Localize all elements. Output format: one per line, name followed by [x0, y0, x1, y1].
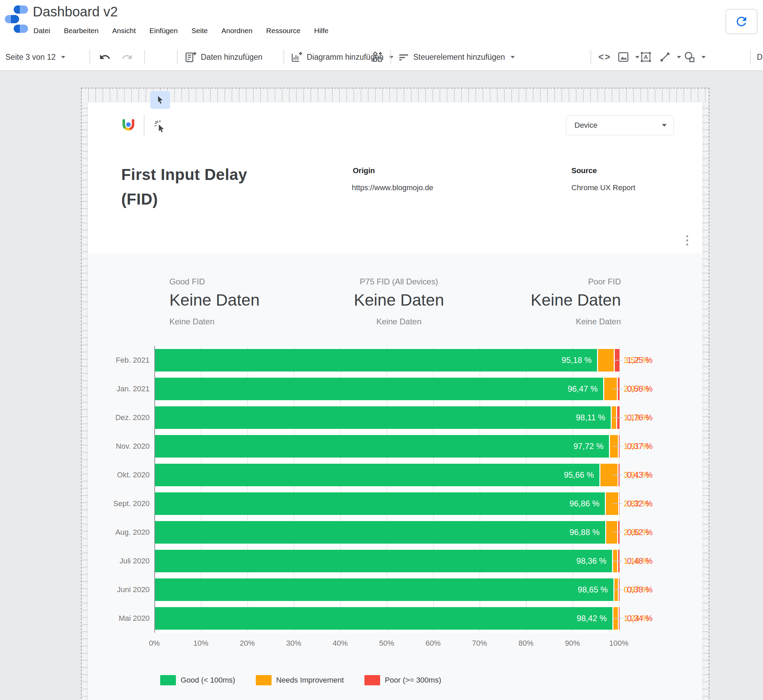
legend-swatch-good — [160, 675, 176, 685]
image-icon — [617, 50, 630, 64]
label-leader-line — [613, 589, 622, 590]
label-leader-line — [613, 446, 622, 447]
report-page[interactable]: Device First Input Delay (FID) Origin ht… — [88, 102, 702, 700]
toolbar-overflow[interactable]: D — [757, 44, 763, 70]
bar-row: Nov. 202097,72 %1,91 %0,37 % — [102, 432, 635, 461]
logo-bar-middle — [5, 15, 19, 23]
embed-url-button[interactable]: <> — [598, 44, 611, 70]
divider — [750, 50, 751, 64]
chevron-down-icon — [702, 56, 706, 58]
editor-canvas[interactable]: Device First Input Delay (FID) Origin ht… — [0, 71, 763, 700]
menu-datei[interactable]: Datei — [33, 27, 50, 35]
add-control-button[interactable]: Steuerelement hinzufügen — [397, 44, 515, 70]
redo-button[interactable] — [121, 44, 133, 70]
bar-track: 96,86 %2,82 %0,32 % — [155, 492, 619, 515]
add-data-label: Daten hinzufügen — [201, 53, 262, 62]
y-axis-label: Juli 2020 — [102, 556, 155, 566]
legend-swatch-needs-improvement — [256, 675, 272, 685]
legend-item-needs-improvement: Needs Improvement — [256, 675, 344, 685]
select-tool-button[interactable] — [150, 91, 170, 109]
y-axis-label: Nov. 2020 — [102, 442, 155, 451]
bar-track: 98,42 %1,24 %0,34 % — [155, 607, 619, 630]
poor-value-label: 0,48 % — [627, 556, 653, 566]
page-title: First Input Delay (FID) — [121, 162, 282, 211]
menu-seite[interactable]: Seite — [191, 27, 208, 35]
scorecard-value: Keine Daten — [416, 291, 621, 309]
legend-label: Good (< 100ms) — [181, 676, 235, 684]
menu-anordnen[interactable]: Anordnen — [221, 27, 252, 35]
logo-bar-bottom — [14, 25, 28, 33]
bar-track: 98,65 %0,97 %0,38 % — [155, 578, 619, 601]
label-leader-line — [613, 360, 622, 361]
divider — [390, 50, 391, 64]
bar-value-label: 98,36 % — [577, 556, 607, 566]
menu-ansicht[interactable]: Ansicht — [113, 27, 136, 35]
chevron-down-icon — [677, 56, 681, 58]
divider — [144, 114, 144, 136]
y-axis-label: Mai 2020 — [102, 614, 155, 623]
bar-row: Mai 202098,42 %1,24 %0,34 % — [102, 604, 635, 633]
x-axis-tick-label: 20% — [240, 639, 255, 648]
bar-value-label: 95,66 % — [564, 470, 594, 480]
label-leader-line — [613, 561, 622, 561]
poor-value-label: 0,52 % — [627, 528, 653, 537]
bar-value-label: 96,86 % — [569, 499, 599, 508]
legend-label: Needs Improvement — [276, 676, 344, 684]
bar-chart[interactable]: Feb. 202195,18 %3,57 %1,25 %Jan. 202196,… — [102, 346, 635, 633]
menu-einfuegen[interactable]: Einfügen — [149, 27, 178, 35]
report-name[interactable]: Dashboard v2 — [33, 4, 118, 19]
ruler-ticks-top — [81, 88, 709, 102]
chevron-down-icon — [511, 56, 515, 58]
bar-value-label: 98,65 % — [578, 585, 608, 594]
divider — [283, 50, 284, 64]
divider — [591, 50, 591, 64]
add-text-button[interactable]: A — [639, 44, 652, 70]
x-axis-tick-label: 30% — [286, 639, 301, 648]
bar-row: Aug. 202096,88 %2,60 %0,52 % — [102, 518, 635, 547]
chevron-down-icon — [662, 124, 667, 127]
scorecard-sub-value: Keine Daten — [416, 317, 621, 327]
legend-item-poor: Poor (>= 300ms) — [364, 675, 441, 685]
y-axis-label: Feb. 2021 — [102, 356, 155, 365]
bar-row: Feb. 202195,18 %3,57 %1,25 % — [102, 346, 635, 375]
menu-bearbeiten[interactable]: Bearbeiten — [64, 27, 99, 35]
y-axis-label: Dez. 2020 — [102, 413, 155, 422]
poor-value-label: 0,56 % — [627, 384, 653, 394]
bar-segment-needs-improvement — [597, 349, 614, 372]
refresh-button[interactable] — [725, 9, 758, 34]
source-value: Chrome UX Report — [571, 183, 635, 192]
add-shape-button[interactable] — [683, 44, 706, 70]
bar-value-label: 96,88 % — [569, 528, 599, 537]
bar-segment-good — [155, 464, 599, 486]
bar-segment-good — [155, 578, 613, 601]
line-tool-icon — [658, 50, 671, 64]
page-selector[interactable]: Seite 3 von 12 — [5, 44, 65, 70]
bar-value-label: 96,47 % — [568, 384, 598, 394]
add-chart-icon — [290, 50, 303, 64]
add-image-button[interactable] — [617, 44, 639, 70]
scorecard-poor-fid[interactable]: Poor FID Keine Daten Keine Daten — [416, 277, 621, 327]
y-axis-label: Juni 2020 — [102, 585, 155, 594]
poor-value-label: 0,43 % — [627, 470, 653, 480]
device-filter-label: Device — [574, 121, 660, 130]
bar-track: 95,18 %3,57 %1,25 % — [155, 349, 619, 372]
ruler-ticks-left — [81, 102, 88, 700]
x-axis-tick-label: 70% — [472, 639, 487, 648]
component-menu-button[interactable] — [685, 234, 690, 247]
x-axis-tick-label: 40% — [333, 639, 348, 648]
add-data-button[interactable]: Daten hinzufügen — [184, 44, 262, 70]
bar-row: Sept. 202096,86 %2,82 %0,32 % — [102, 489, 635, 518]
add-line-button[interactable] — [658, 44, 681, 70]
y-axis-label: Jan. 2021 — [102, 384, 155, 393]
bar-value-label: 98,11 % — [576, 413, 605, 422]
chart-legend: Good (< 100ms) Needs Improvement Poor (>… — [160, 675, 441, 685]
undo-button[interactable] — [99, 44, 111, 70]
x-axis-tick-label: 60% — [425, 639, 441, 648]
poor-value-label: 0,34 % — [627, 614, 653, 623]
menu-hilfe[interactable]: Hilfe — [314, 27, 328, 35]
device-filter-dropdown[interactable]: Device — [566, 116, 674, 135]
bar-segment-good — [155, 521, 605, 544]
x-axis-labels: 0%10%20%30%40%50%60%70%80%90%100% — [154, 639, 619, 649]
menu-ressource[interactable]: Ressource — [266, 27, 300, 35]
bar-segment-good — [155, 349, 597, 372]
